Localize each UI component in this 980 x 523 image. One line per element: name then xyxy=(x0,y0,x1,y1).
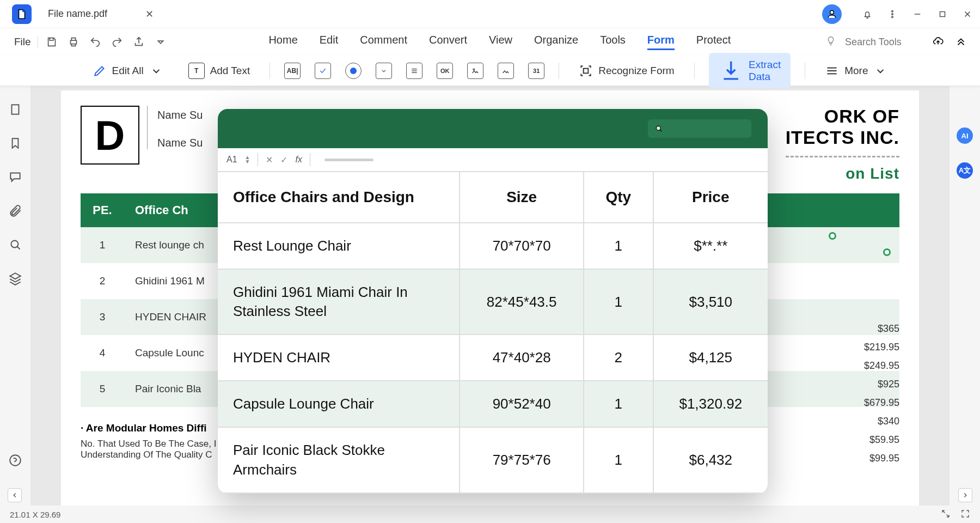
file-menu[interactable]: File xyxy=(8,36,38,48)
extracted-data-overlay: A1 ▲▼ ✕ ✓ fx Office Chairs and Design Si… xyxy=(218,109,768,494)
tab-home[interactable]: Home xyxy=(268,34,297,50)
fx-icon[interactable]: fx xyxy=(295,155,302,165)
col-price: Price xyxy=(653,172,768,223)
table-row[interactable]: HYDEN CHAIR47*40*282$4,125 xyxy=(218,335,768,381)
formula-bar[interactable]: A1 ▲▼ ✕ ✓ fx xyxy=(218,148,768,172)
svg-point-2 xyxy=(892,13,893,15)
more-button[interactable]: More xyxy=(819,60,893,81)
extract-data-label: Extract Data xyxy=(749,59,781,83)
minimize-icon[interactable] xyxy=(905,2,930,27)
signature-field-icon[interactable] xyxy=(498,63,514,79)
divider xyxy=(270,63,270,79)
translate-badge-icon[interactable]: A文 xyxy=(957,162,973,179)
search-tools[interactable] xyxy=(825,35,932,48)
cell-reference[interactable]: A1 xyxy=(226,155,237,165)
button-field-icon[interactable]: OK xyxy=(437,63,453,79)
fit-width-icon[interactable] xyxy=(941,509,951,520)
lightbulb-icon xyxy=(825,35,836,48)
page-dimensions: 21.01 X 29.69 xyxy=(10,510,60,519)
cloud-upload-icon[interactable] xyxy=(932,35,944,49)
cancel-formula-icon[interactable]: ✕ xyxy=(266,155,273,165)
title-bar: File name.pdf ✕ xyxy=(0,0,980,28)
redo-icon[interactable] xyxy=(111,36,123,48)
right-sidebar: AI A文 xyxy=(950,86,980,506)
next-page-icon[interactable] xyxy=(958,488,972,502)
search-panel-icon[interactable] xyxy=(8,238,22,252)
col-qty: Qty xyxy=(584,172,653,223)
save-icon[interactable] xyxy=(46,36,58,48)
dropdown-icon[interactable] xyxy=(155,36,167,48)
bell-icon[interactable] xyxy=(855,2,880,27)
date-field-icon[interactable]: 31 xyxy=(528,63,544,79)
form-toolbar: Edit All T Add Text AB| OK 31 Recognize … xyxy=(0,56,980,86)
col-name: Office Chairs and Design xyxy=(218,172,460,223)
maximize-icon[interactable] xyxy=(930,2,955,27)
edit-all-button[interactable]: Edit All xyxy=(87,60,169,81)
ai-badge-icon[interactable]: AI xyxy=(957,127,973,144)
attachments-icon[interactable] xyxy=(8,204,22,218)
svg-rect-13 xyxy=(584,68,589,73)
left-sidebar xyxy=(0,86,30,506)
listbox-icon[interactable] xyxy=(406,63,422,79)
dropdown-field-icon[interactable] xyxy=(376,63,392,79)
overlay-search[interactable] xyxy=(648,119,751,138)
main-tabs: Home Edit Comment Convert View Organize … xyxy=(174,34,825,50)
close-tab-icon[interactable]: ✕ xyxy=(145,8,154,20)
table-row[interactable]: Rest Lounge Chair70*70*701$**.** xyxy=(218,223,768,269)
add-text-button[interactable]: T Add Text xyxy=(183,59,256,82)
checkbox-icon[interactable] xyxy=(315,63,331,79)
layers-icon[interactable] xyxy=(8,271,22,285)
tab-comment[interactable]: Comment xyxy=(360,34,407,50)
status-bar: 21.01 X 29.69 xyxy=(0,506,980,523)
collapse-ribbon-icon[interactable] xyxy=(955,35,967,49)
help-icon[interactable] xyxy=(8,453,22,467)
menu-bar: File Home Edit Comment Convert View Orga… xyxy=(0,28,980,56)
table-row[interactable]: Ghidini 1961 Miami Chair In Stainless St… xyxy=(218,269,768,335)
print-icon[interactable] xyxy=(68,36,79,48)
svg-point-12 xyxy=(473,69,475,70)
tab-convert[interactable]: Convert xyxy=(429,34,467,50)
document-tab[interactable]: File name.pdf ✕ xyxy=(48,8,154,20)
svg-rect-5 xyxy=(940,11,945,16)
formula-input[interactable] xyxy=(324,159,373,161)
thumbnails-icon[interactable] xyxy=(8,102,22,117)
tab-organize[interactable]: Organize xyxy=(534,34,578,50)
recognize-form-label: Recognize Form xyxy=(598,65,674,77)
undo-icon[interactable] xyxy=(89,36,101,48)
comments-icon[interactable] xyxy=(8,170,22,184)
fullscreen-icon[interactable] xyxy=(960,509,970,520)
close-window-icon[interactable] xyxy=(955,2,980,27)
table-row[interactable]: Pair Iconic Black Stokke Armchairs79*75*… xyxy=(218,427,768,492)
search-tools-input[interactable] xyxy=(845,37,932,48)
svg-rect-17 xyxy=(12,105,19,114)
kebab-menu-icon[interactable] xyxy=(880,2,905,27)
recognize-form-button[interactable]: Recognize Form xyxy=(573,60,679,81)
svg-rect-8 xyxy=(70,40,76,44)
tab-protect[interactable]: Protect xyxy=(696,34,731,50)
svg-line-25 xyxy=(660,130,661,131)
tab-form[interactable]: Form xyxy=(647,34,675,50)
add-text-label: Add Text xyxy=(210,65,250,77)
share-icon[interactable] xyxy=(133,36,145,48)
user-avatar-icon[interactable] xyxy=(822,4,842,24)
cell-stepper-icon[interactable]: ▲▼ xyxy=(245,155,250,164)
tab-tools[interactable]: Tools xyxy=(600,34,626,50)
app-logo-icon xyxy=(12,4,32,24)
bookmarks-icon[interactable] xyxy=(8,136,22,150)
image-field-icon[interactable] xyxy=(467,63,483,79)
search-icon xyxy=(654,124,663,133)
prev-page-icon[interactable] xyxy=(8,488,22,502)
accept-formula-icon[interactable]: ✓ xyxy=(280,155,287,165)
tab-view[interactable]: View xyxy=(489,34,512,50)
extract-data-button[interactable]: Extract Data xyxy=(709,53,791,88)
tab-edit[interactable]: Edit xyxy=(320,34,338,50)
svg-point-3 xyxy=(892,16,893,17)
text-field-icon[interactable]: AB| xyxy=(284,63,301,79)
col-size: Size xyxy=(460,172,584,223)
radio-icon[interactable] xyxy=(345,63,362,79)
edit-all-label: Edit All xyxy=(112,65,144,77)
table-row[interactable]: Capsule Lounge Chair90*52*401$1,320.92 xyxy=(218,381,768,427)
tab-filename: File name.pdf xyxy=(48,8,107,20)
field-name-2: Name Su xyxy=(157,137,203,149)
extracted-table: Office Chairs and Design Size Qty Price … xyxy=(218,172,768,494)
